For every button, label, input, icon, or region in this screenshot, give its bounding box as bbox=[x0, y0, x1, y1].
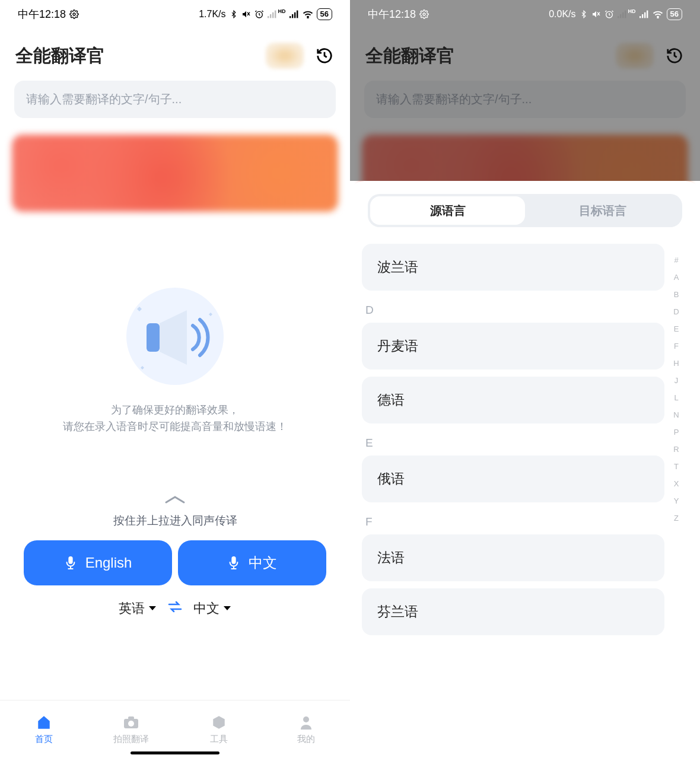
bluetooth-icon bbox=[230, 9, 238, 19]
index-letter[interactable]: T bbox=[674, 462, 679, 471]
index-letter[interactable]: Y bbox=[674, 496, 679, 505]
tab-source-language[interactable]: 源语言 bbox=[370, 196, 525, 225]
caret-down-icon bbox=[148, 606, 157, 612]
language-option[interactable]: 波兰语 bbox=[362, 244, 664, 291]
index-letter[interactable]: H bbox=[673, 359, 679, 368]
svg-point-33 bbox=[657, 17, 658, 18]
svg-rect-26 bbox=[620, 14, 621, 18]
svg-rect-27 bbox=[622, 12, 623, 18]
alarm-icon bbox=[254, 9, 264, 19]
language-tabs: 源语言 目标语言 bbox=[368, 194, 682, 227]
svg-rect-32 bbox=[647, 11, 648, 18]
svg-point-18 bbox=[128, 721, 134, 727]
language-option[interactable]: 丹麦语 bbox=[362, 323, 664, 370]
history-button[interactable] bbox=[314, 46, 335, 66]
settings-icon bbox=[69, 9, 79, 19]
svg-rect-28 bbox=[625, 11, 626, 18]
translate-input[interactable]: 请输入需要翻译的文字/句子... bbox=[14, 81, 336, 118]
nav-mine[interactable]: 我的 bbox=[263, 700, 351, 758]
history-icon bbox=[316, 47, 333, 65]
svg-rect-7 bbox=[275, 11, 276, 18]
screen-language-picker: 中午12:18 0.0K/s HD 56 全能翻译官 请输入 bbox=[350, 0, 700, 758]
language-list[interactable]: 波兰语D丹麦语德语E俄语F法语芬兰语 #ABDEFHJLNPRTXYZ bbox=[362, 244, 688, 758]
language-option[interactable]: 德语 bbox=[362, 377, 664, 423]
signal-icon bbox=[639, 10, 649, 18]
svg-rect-8 bbox=[289, 16, 291, 18]
voice-tips: 为了确保更好的翻译效果， 请您在录入语音时尽可能提高音量和放慢语速！ bbox=[0, 402, 350, 435]
language-pair: 英语 中文 bbox=[0, 591, 350, 623]
status-speed: 0.0K/s bbox=[549, 9, 575, 20]
svg-rect-10 bbox=[294, 12, 295, 18]
svg-rect-15 bbox=[68, 556, 72, 564]
status-speed: 1.7K/s bbox=[199, 9, 225, 20]
svg-rect-4 bbox=[268, 16, 269, 18]
nav-photo[interactable]: 拍照翻译 bbox=[88, 700, 176, 758]
index-letter[interactable]: E bbox=[674, 324, 679, 333]
svg-rect-11 bbox=[297, 11, 298, 18]
chevron-up-icon bbox=[163, 494, 187, 505]
section-header: E bbox=[362, 431, 664, 456]
svg-point-12 bbox=[307, 17, 308, 18]
input-placeholder: 请输入需要翻译的文字/句子... bbox=[26, 93, 182, 106]
alarm-icon bbox=[604, 9, 614, 19]
svg-point-0 bbox=[73, 13, 75, 15]
index-letter[interactable]: # bbox=[674, 256, 678, 265]
language-option[interactable]: 芬兰语 bbox=[362, 588, 664, 635]
battery-indicator: 56 bbox=[667, 8, 682, 20]
signal-icon bbox=[289, 10, 299, 18]
mute-icon bbox=[241, 9, 251, 19]
user-avatar[interactable] bbox=[266, 43, 304, 69]
svg-rect-31 bbox=[644, 12, 645, 18]
promo-banner[interactable] bbox=[12, 135, 338, 212]
svg-rect-29 bbox=[639, 16, 641, 18]
app-header: 全能翻译官 bbox=[0, 28, 350, 81]
pull-chevron bbox=[0, 494, 350, 507]
alpha-index[interactable]: #ABDEFHJLNPRTXYZ bbox=[669, 256, 683, 746]
mic-icon bbox=[64, 555, 77, 571]
mute-icon bbox=[591, 9, 601, 19]
index-letter[interactable]: F bbox=[674, 342, 679, 351]
signal-weak-icon bbox=[268, 10, 277, 18]
index-letter[interactable]: R bbox=[673, 445, 679, 454]
svg-rect-5 bbox=[270, 14, 271, 18]
pull-hint-text: 按住并上拉进入同声传译 bbox=[0, 513, 350, 528]
svg-point-20 bbox=[303, 716, 309, 722]
swap-button[interactable] bbox=[167, 601, 183, 616]
index-letter[interactable]: L bbox=[674, 393, 678, 402]
screen-home: 中午12:18 1.7K/s HD 56 全能翻译官 请输入需要翻译的文字/句子… bbox=[0, 0, 350, 758]
language-sheet: 源语言 目标语言 波兰语D丹麦语德语E俄语F法语芬兰语 #ABDEFHJLNPR… bbox=[350, 181, 700, 758]
status-bar: 中午12:18 0.0K/s HD 56 bbox=[350, 0, 700, 28]
section-header: D bbox=[362, 298, 664, 323]
mic-chinese-button[interactable]: 中文 bbox=[178, 540, 326, 585]
mic-buttons: English 中文 bbox=[0, 528, 350, 591]
mic-icon bbox=[227, 555, 240, 571]
tab-target-language[interactable]: 目标语言 bbox=[525, 196, 680, 225]
svg-rect-16 bbox=[231, 556, 236, 564]
wifi-icon bbox=[653, 10, 663, 18]
nav-home[interactable]: 首页 bbox=[0, 700, 88, 758]
tools-icon bbox=[211, 715, 227, 730]
status-bar: 中午12:18 1.7K/s HD 56 bbox=[0, 0, 350, 28]
camera-icon bbox=[123, 715, 139, 730]
language-option[interactable]: 法语 bbox=[362, 534, 664, 581]
index-letter[interactable]: J bbox=[674, 376, 679, 385]
index-letter[interactable]: P bbox=[674, 428, 679, 437]
svg-point-21 bbox=[423, 13, 425, 15]
swap-icon bbox=[167, 601, 183, 613]
target-language[interactable]: 中文 bbox=[193, 600, 231, 617]
nav-tools[interactable]: 工具 bbox=[175, 700, 263, 758]
index-letter[interactable]: X bbox=[674, 479, 679, 488]
status-time: 中午12:18 bbox=[368, 7, 416, 21]
index-letter[interactable]: D bbox=[673, 307, 679, 316]
index-letter[interactable]: A bbox=[674, 273, 679, 282]
language-option[interactable]: 俄语 bbox=[362, 456, 664, 502]
signal-weak-icon bbox=[618, 10, 627, 18]
index-letter[interactable]: Z bbox=[674, 514, 679, 523]
mic-english-button[interactable]: English bbox=[24, 540, 172, 585]
source-language[interactable]: 英语 bbox=[119, 600, 157, 617]
speaker-icon bbox=[122, 283, 228, 390]
index-letter[interactable]: N bbox=[673, 410, 679, 419]
index-letter[interactable]: B bbox=[674, 290, 679, 299]
settings-icon bbox=[419, 9, 429, 19]
wifi-icon bbox=[303, 10, 313, 18]
